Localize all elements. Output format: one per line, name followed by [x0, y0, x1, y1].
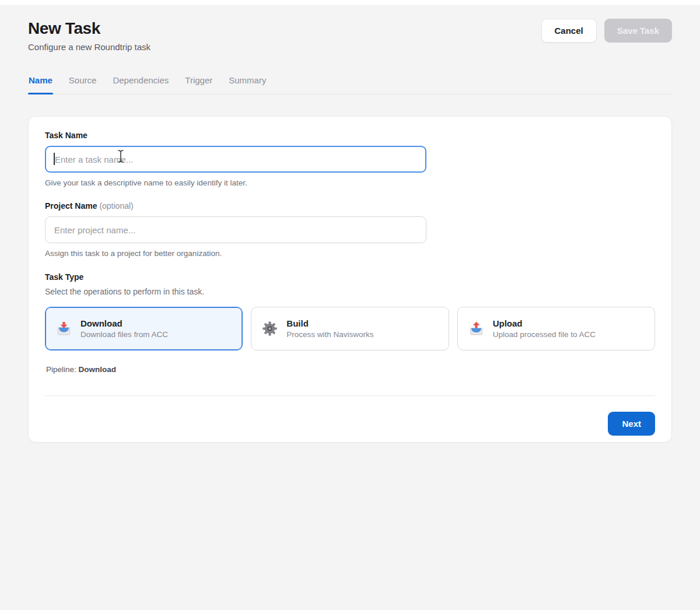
task-type-helper: Select the operations to perform in this…: [45, 287, 655, 296]
task-type-card-texts: Build Process with Navisworks: [286, 318, 373, 339]
tab-trigger[interactable]: Trigger: [184, 73, 213, 94]
page-header: New Task Configure a new Roundtrip task …: [28, 17, 672, 52]
task-name-label: Task Name: [45, 131, 655, 140]
task-type-description: Upload processed file to ACC: [493, 330, 596, 339]
project-name-label-text: Project Name: [45, 201, 97, 211]
task-name-helper: Give your task a descriptive name to eas…: [45, 178, 655, 187]
header-actions: Cancel Save Task: [541, 19, 672, 43]
task-name-input[interactable]: [45, 146, 426, 173]
project-name-helper: Assign this task to a project for better…: [45, 249, 655, 258]
task-type-title: Upload: [493, 318, 596, 328]
pipeline-label: Pipeline:: [46, 365, 76, 374]
project-name-input[interactable]: [45, 216, 426, 243]
task-name-input-wrap: [45, 146, 426, 173]
pipeline-value: Download: [79, 365, 117, 374]
header-titles: New Task Configure a new Roundtrip task: [28, 17, 150, 52]
tab-summary[interactable]: Summary: [228, 73, 267, 94]
panel-divider: [45, 395, 655, 396]
task-type-title: Build: [286, 318, 373, 328]
task-type-title: Download: [80, 318, 168, 328]
task-type-options: Download Download files from ACC: [45, 307, 655, 350]
task-type-description: Download files from ACC: [80, 330, 168, 339]
new-task-page: New Task Configure a new Roundtrip task …: [0, 0, 700, 610]
project-name-optional-text: (optional): [99, 201, 133, 211]
name-step-panel: Task Name Give your task a descriptive n…: [28, 116, 672, 443]
save-task-button[interactable]: Save Task: [604, 19, 672, 43]
next-button[interactable]: Next: [608, 412, 655, 436]
pipeline-summary: Pipeline: Download: [45, 365, 655, 374]
task-type-card-upload[interactable]: Upload Upload processed file to ACC: [457, 307, 655, 350]
gear-icon: [262, 321, 278, 336]
task-type-card-download[interactable]: Download Download files from ACC: [45, 307, 243, 350]
task-type-label: Task Type: [45, 272, 655, 282]
task-type-card-texts: Download Download files from ACC: [80, 318, 168, 339]
project-name-input-wrap: [45, 216, 426, 243]
project-name-label: Project Name (optional): [45, 201, 655, 211]
tab-bar: Name Source Dependencies Trigger Summary: [28, 73, 672, 94]
page-subtitle: Configure a new Roundtrip task: [28, 42, 150, 52]
panel-footer: Next: [45, 412, 655, 436]
page-title: New Task: [28, 19, 150, 38]
content-area: New Task Configure a new Roundtrip task …: [0, 0, 700, 443]
task-type-card-build[interactable]: Build Process with Navisworks: [251, 307, 449, 350]
tab-dependencies[interactable]: Dependencies: [112, 73, 169, 94]
tab-name[interactable]: Name: [28, 73, 53, 94]
cancel-button[interactable]: Cancel: [541, 19, 597, 43]
text-caret: [54, 153, 55, 165]
tab-source[interactable]: Source: [68, 73, 97, 94]
outbox-tray-icon: [468, 321, 484, 336]
inbox-tray-icon: [56, 321, 72, 336]
task-type-card-texts: Upload Upload processed file to ACC: [493, 318, 596, 339]
task-type-description: Process with Navisworks: [286, 330, 373, 339]
